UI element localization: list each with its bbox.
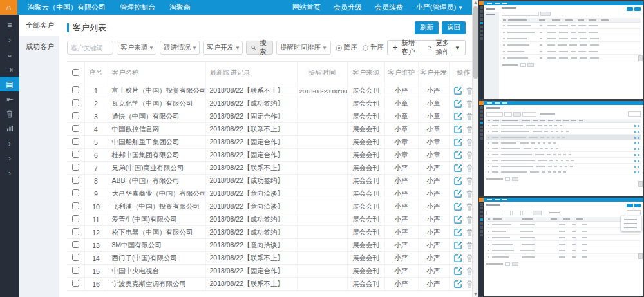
edit-icon[interactable] [454,280,462,288]
row-checkbox[interactable] [72,125,79,132]
cell-developer: 小章 [418,149,449,162]
chevron-right-icon[interactable]: › [0,151,19,166]
delete-icon[interactable] [466,242,472,249]
delete-icon[interactable] [466,177,472,185]
delete-icon[interactable] [466,280,472,288]
delete-icon[interactable] [466,164,472,172]
delete-icon[interactable] [466,229,472,236]
delete-icon[interactable] [466,113,472,120]
search-button[interactable]: 搜索 [246,41,273,55]
edit-icon[interactable] [454,215,462,224]
scrollbar-thumb[interactable] [473,6,478,79]
sort-asc-radio[interactable]: 升序 [363,43,384,52]
sign-in-icon[interactable]: ⇥ [0,62,19,77]
row-checkbox[interactable] [72,202,79,209]
chart-icon[interactable] [0,121,19,136]
row-checkbox[interactable] [72,86,79,93]
chevron-right-icon[interactable]: › [0,32,19,47]
nav-user-menu[interactable]: 小严(管理员)▼ [416,3,463,12]
edit-icon[interactable] [454,202,462,211]
row-checkbox[interactable] [72,228,79,235]
edit-icon[interactable] [454,164,462,172]
edit-icon[interactable] [454,99,462,108]
row-checkbox[interactable] [72,280,79,287]
scrollbar-up-icon[interactable]: ▲ [473,0,478,5]
menu-icon[interactable]: ≡ [0,17,19,32]
customer-list-icon[interactable]: ▤ [0,77,19,91]
row-checkbox[interactable] [72,112,79,119]
row-checkbox[interactable] [72,267,79,274]
cell-keeper: 小严 [384,252,418,265]
select-all-checkbox[interactable] [72,69,79,76]
edit-icon[interactable] [454,125,462,133]
row-checkbox[interactable] [72,254,79,261]
edit-icon[interactable] [454,267,462,275]
sort-desc-radio[interactable]: 降序 [336,43,357,52]
cell-index: 6 [84,149,108,162]
main-scrollbar[interactable]: ▲ ▼ [472,0,478,297]
chevron-right-icon[interactable]: › [0,136,19,151]
cell-keeper: 小严 [384,84,418,97]
preview-thumbnail-3[interactable] [479,198,643,296]
refresh-button[interactable]: 刷新 [415,21,439,34]
nav-member-upgrade[interactable]: 会员升级 [334,3,362,12]
back-button[interactable]: 返回 [442,21,466,34]
row-checkbox[interactable] [72,241,79,248]
home-button[interactable]: ⌂ [0,0,17,15]
more-actions-button[interactable]: 更多操作▼ [422,40,466,55]
cell-developer: 小严 [418,265,449,278]
source-select[interactable]: 客户来源▼ [117,41,156,55]
scrollbar-down-icon[interactable]: ▼ [473,292,478,296]
delete-icon[interactable] [466,190,472,198]
app-root: ⌂ 淘聚云（中国）有限公司 管理控制台 淘聚商 网站首页 会员升级 会员续费 小… [0,0,644,297]
row-checkbox[interactable] [72,151,79,158]
edit-icon[interactable] [454,177,462,185]
delete-icon[interactable] [466,100,472,108]
preview-thumbnail-2[interactable] [479,101,643,196]
sidebar-item-all-customers[interactable]: 全部客户 [19,15,59,36]
remind-sort-select[interactable]: 提醒时间排序▼ [276,41,331,55]
cell-latest-record: 2018/08/22【固定合作】 [205,110,297,123]
edit-icon[interactable] [454,241,462,249]
table-row: 6 杜邦中国集团有限公司 2018/08/22【固定合作】 展会会刊 小章 小章 [67,149,472,162]
preview-thumbnail-1[interactable] [479,1,643,99]
trash-icon[interactable] [0,106,19,121]
delete-icon[interactable] [466,203,472,211]
cell-remind-time [297,278,347,291]
nav-company[interactable]: 淘聚云（中国）有限公司 [28,3,106,12]
chevron-down-icon[interactable]: ⌄ [0,47,19,62]
row-checkbox[interactable] [72,177,79,184]
chevron-right-icon[interactable]: › [0,166,19,180]
delete-icon[interactable] [466,151,472,159]
nav-shop[interactable]: 淘聚商 [169,3,191,12]
sidebar-item-success-customers[interactable]: 成功客户 [19,36,59,57]
edit-icon[interactable] [454,228,462,236]
edit-icon[interactable] [454,254,462,262]
row-checkbox[interactable] [72,138,79,145]
delete-icon[interactable] [466,139,472,146]
nav-member-renew[interactable]: 会员续费 [375,3,403,12]
develop-select[interactable]: 客户开发▼ [203,41,243,55]
edit-icon[interactable] [454,86,462,95]
delete-icon[interactable] [466,126,472,133]
nav-console[interactable]: 管理控制台 [120,3,155,12]
followup-select[interactable]: 跟进情况▼ [160,41,200,55]
edit-icon[interactable] [454,151,462,159]
row-checkbox[interactable] [72,164,79,171]
row-checkbox[interactable] [72,189,79,196]
delete-icon[interactable] [466,267,472,275]
row-checkbox[interactable] [72,99,79,106]
delete-icon[interactable] [466,87,472,95]
nav-site-home[interactable]: 网站首页 [292,3,321,12]
keyword-input[interactable] [67,41,113,55]
cell-keeper: 小严 [384,265,418,278]
delete-icon[interactable] [466,254,472,262]
sign-out-icon[interactable]: ⇤ [0,91,19,106]
edit-icon[interactable] [454,112,462,120]
edit-icon[interactable] [454,138,462,146]
delete-icon[interactable] [466,216,472,224]
cell-developer: 小严 [418,175,449,187]
add-customer-button[interactable]: +新增客户 [387,40,422,55]
edit-icon[interactable] [454,189,462,198]
row-checkbox[interactable] [72,215,79,222]
